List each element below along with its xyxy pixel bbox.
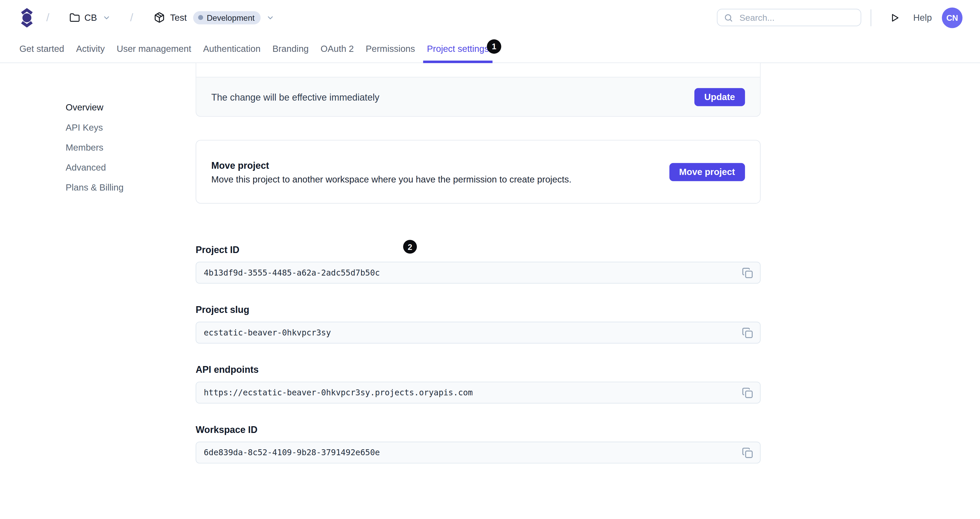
copy-button[interactable] [742, 387, 753, 398]
workspace-id-value: 6de839da-8c52-4109-9b28-3791492e650e [204, 448, 380, 457]
package-icon [154, 12, 165, 23]
project-name: Test [170, 13, 187, 22]
chevron-down-icon [266, 13, 274, 22]
tab-project-settings[interactable]: Project settings [427, 35, 489, 62]
workspace-name: CB [84, 13, 97, 22]
move-project-card: Move project Move this project to anothe… [196, 140, 760, 204]
breadcrumb-separator: / [130, 11, 133, 24]
sidebar-item-plans-billing[interactable]: Plans & Billing [66, 181, 196, 194]
ory-logo-icon[interactable] [21, 8, 33, 27]
top-bar: / CB / [0, 0, 980, 35]
workspace-switcher[interactable]: CB [69, 12, 110, 23]
copy-button[interactable] [742, 327, 753, 338]
project-id-value: 4b13df9d-3555-4485-a62a-2adc55d7b50c [204, 268, 380, 278]
move-project-description: Move this project to another workspace w… [211, 174, 571, 184]
tab-branding[interactable]: Branding [272, 35, 309, 62]
project-slug-section: Project slug ecstatic-beaver-0hkvpcr3sy [196, 304, 760, 343]
tab-get-started[interactable]: Get started [19, 35, 64, 62]
help-link[interactable]: Help [913, 13, 932, 22]
move-project-button[interactable]: Move project [669, 163, 745, 181]
update-button[interactable]: Update [694, 88, 745, 106]
update-card-body [196, 63, 760, 77]
annotation-badge-1: 1 [487, 40, 501, 54]
tab-activity[interactable]: Activity [76, 35, 105, 62]
project-id-field: 4b13df9d-3555-4485-a62a-2adc55d7b50c [196, 262, 760, 284]
update-message: The change will be effective immediately [211, 92, 379, 102]
update-card: The change will be effective immediately… [196, 63, 760, 117]
move-project-text: Move project Move this project to anothe… [211, 160, 571, 184]
copy-button[interactable] [742, 447, 753, 458]
environment-badge: Development [193, 11, 261, 24]
project-slug-label: Project slug [196, 304, 760, 316]
project-slug-field: ecstatic-beaver-0hkvpcr3sy [196, 322, 760, 343]
api-endpoints-label: API endpoints [196, 364, 760, 377]
sidebar-item-advanced[interactable]: Advanced [66, 160, 196, 174]
chevron-down-icon [103, 13, 111, 22]
breadcrumb: / CB / [21, 8, 275, 27]
search-icon [724, 13, 733, 22]
sidebar-item-api-keys[interactable]: API Keys [66, 121, 196, 134]
tab-oauth2[interactable]: OAuth 2 [321, 35, 354, 62]
workspace-id-field: 6de839da-8c52-4109-9b28-3791492e650e [196, 441, 760, 463]
copy-button[interactable] [742, 267, 753, 278]
tab-authentication[interactable]: Authentication [203, 35, 261, 62]
user-avatar[interactable]: CN [942, 7, 963, 28]
api-endpoints-section: API endpoints https://ecstatic-beaver-0h… [196, 364, 760, 404]
workspace-id-label: Workspace ID [196, 424, 760, 436]
settings-sidebar: Overview API Keys Members Advanced Plans… [0, 63, 196, 484]
tab-permissions[interactable]: Permissions [366, 35, 415, 62]
search-input[interactable] [738, 12, 854, 23]
settings-content: The change will be effective immediately… [196, 63, 760, 484]
project-slug-value: ecstatic-beaver-0hkvpcr3sy [204, 328, 331, 337]
project-switcher[interactable]: Test Development [154, 11, 275, 24]
annotation-badge-2: 2 [403, 240, 417, 254]
environment-dot-icon [198, 15, 203, 20]
top-bar-actions: Help CN [717, 7, 963, 28]
environment-label: Development [207, 13, 255, 22]
play-icon[interactable] [889, 12, 900, 23]
breadcrumb-separator: / [46, 11, 49, 24]
project-id-label: Project ID [196, 244, 760, 257]
page-body: Overview API Keys Members Advanced Plans… [0, 63, 980, 484]
move-project-title: Move project [211, 160, 571, 170]
sidebar-item-members[interactable]: Members [66, 141, 196, 154]
workspace-id-section: Workspace ID 6de839da-8c52-4109-9b28-379… [196, 424, 760, 463]
top-bar-divider [871, 9, 871, 26]
update-card-footer: The change will be effective immediately… [196, 77, 760, 116]
api-endpoints-value: https://ecstatic-beaver-0hkvpcr3sy.proje… [204, 388, 473, 397]
sidebar-item-overview[interactable]: Overview [66, 101, 196, 114]
tab-user-management[interactable]: User management [117, 35, 191, 62]
search-box[interactable] [717, 9, 861, 26]
project-identifiers: Project ID 4b13df9d-3555-4485-a62a-2adc5… [196, 244, 760, 463]
project-id-section: Project ID 4b13df9d-3555-4485-a62a-2adc5… [196, 244, 760, 284]
api-endpoints-field: https://ecstatic-beaver-0hkvpcr3sy.proje… [196, 382, 760, 403]
folder-icon [69, 12, 80, 23]
app-window: 1 2 / CB [0, 0, 980, 519]
